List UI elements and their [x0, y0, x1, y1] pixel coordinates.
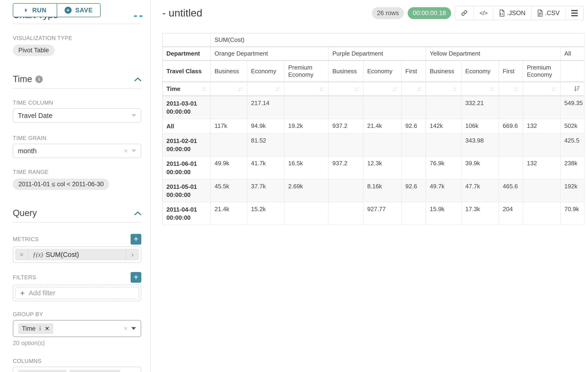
sort-icon[interactable]: ↓↑ — [417, 85, 422, 93]
sort-header-cell[interactable]: ↓↑ — [461, 82, 499, 96]
sort-header-cell[interactable]: ↓↑ — [210, 82, 247, 96]
value-cell: 937.2 — [328, 119, 363, 133]
sort-icon[interactable]: ↓↑ — [238, 85, 243, 93]
value-cell — [284, 202, 328, 225]
value-cell — [499, 96, 523, 119]
value-cell — [328, 133, 363, 156]
row-dimension-header: Department — [162, 47, 210, 60]
sort-header-cell[interactable]: ↓↑ — [523, 82, 560, 96]
info-icon: i — [39, 325, 41, 332]
columns-select[interactable]: Department ✕ Travel Class ✕ × — [13, 367, 141, 372]
value-cell — [401, 96, 426, 119]
group-by-options-hint: 20 option(s) — [13, 340, 141, 347]
columns-label: COLUMNS — [13, 358, 141, 364]
value-cell — [426, 133, 461, 156]
chevron-up-icon[interactable] — [134, 211, 141, 215]
chevron-up-icon[interactable] — [134, 77, 141, 81]
time-range-label: TIME RANGE — [13, 169, 141, 175]
row-label: 2011-06-01 00:00:00 — [162, 156, 210, 179]
add-metric-button[interactable]: + — [131, 234, 141, 244]
time-range-value[interactable]: 2011-01-01 ≤ col < 2011-06-30 — [13, 179, 109, 190]
table-row: All117k94.9k19.2k937.221.4k92.6142k106k6… — [162, 119, 584, 133]
chevron-down-icon — [132, 149, 136, 152]
sort-icon[interactable]: ↓↑ — [452, 85, 457, 93]
time-grain-value: month — [18, 147, 120, 155]
sidebar-scroll-content: Chart Type VISUALIZATION TYPE Pivot Tabl… — [0, 10, 150, 372]
travel-class-header: First — [499, 60, 523, 82]
sort-icon[interactable]: ↓↑ — [392, 85, 398, 93]
value-cell: 81.52 — [247, 133, 284, 156]
sort-header-cell[interactable]: ↓↑ — [284, 82, 328, 96]
sort-icon[interactable]: ↓↑ — [354, 85, 359, 93]
clear-icon[interactable]: × — [123, 325, 128, 332]
sort-icon[interactable]: ↓↑ — [514, 85, 519, 93]
value-cell — [401, 156, 426, 179]
chevron-right-icon[interactable]: › — [126, 249, 139, 260]
value-cell: 937.2 — [328, 156, 363, 179]
time-grain-select[interactable]: month × — [13, 144, 141, 158]
sort-header-cell[interactable]: ↓↑ — [247, 82, 284, 96]
metric-pill[interactable]: × ƒ(x) SUM(Cost) › — [15, 249, 139, 260]
sort-icon[interactable]: ↓↑ — [275, 85, 280, 93]
sort-header-cell[interactable]: ↓↑ — [426, 82, 461, 96]
value-cell: 76.9k — [426, 156, 461, 179]
share-link-button[interactable] — [455, 6, 473, 20]
add-filter-button[interactable]: + Add filter — [15, 287, 139, 299]
value-cell — [328, 202, 363, 225]
metric-header: SUM(Cost) — [210, 33, 584, 47]
view-query-button[interactable]: </> — [473, 6, 493, 20]
sort-header-cell[interactable]: ↓↑ — [401, 82, 426, 96]
value-cell: 21.4k — [210, 202, 247, 225]
value-cell — [210, 96, 247, 119]
group-by-tag-time[interactable]: Time i ✕ — [18, 323, 53, 334]
hamburger-menu-icon — [571, 10, 578, 16]
group-by-select[interactable]: Time i ✕ × — [13, 320, 141, 337]
value-cell — [284, 96, 328, 119]
export-json-button[interactable]: .JSON — [493, 6, 531, 20]
value-cell: 343.98 — [461, 133, 499, 156]
add-filter-plus-button[interactable]: + — [131, 272, 141, 283]
section-divider — [13, 222, 141, 223]
time-column-label: TIME COLUMN — [13, 99, 141, 106]
sort-icon[interactable]: ↓↑ — [319, 85, 325, 93]
row-count-badge: 26 rows — [372, 7, 404, 19]
time-column-select[interactable]: Travel Date — [13, 108, 141, 123]
export-csv-button[interactable]: .CSV — [531, 6, 565, 20]
value-cell: 15.2k — [247, 202, 284, 225]
run-button-label: RUN — [32, 7, 47, 14]
save-button[interactable]: + SAVE — [57, 4, 100, 17]
time-section-title: Time — [13, 74, 32, 84]
sort-header-cell[interactable]: ↓↑ — [499, 82, 523, 96]
corner-cell — [162, 33, 210, 47]
metric-control: × ƒ(x) SUM(Cost) › — [13, 246, 141, 263]
metric-value: SUM(Cost) — [46, 251, 79, 258]
clear-icon[interactable]: × — [124, 147, 128, 154]
sort-header-cell[interactable]: ↓↑ — [363, 82, 401, 96]
sort-icon[interactable]: ↓↑ — [551, 85, 556, 93]
info-icon: i — [35, 75, 43, 83]
filters-label: FILTERS — [13, 274, 36, 281]
query-section-title: Query — [13, 208, 37, 218]
sort-header-cell[interactable]: Time↓↑ — [162, 82, 210, 96]
columns-tag-department[interactable]: Department ✕ — [18, 370, 67, 372]
run-save-button-group: RUN + SAVE — [13, 3, 101, 17]
remove-tag-icon[interactable]: ✕ — [45, 326, 50, 331]
chart-title[interactable]: - untitled — [162, 7, 202, 19]
link-icon — [461, 10, 468, 17]
travel-class-header: Economy — [363, 60, 401, 82]
sort-icon[interactable]: ↓↑ — [489, 85, 495, 93]
sort-header-cell[interactable]: ↓↑ — [328, 82, 363, 96]
row-label: 2011-02-01 00:00:00 — [162, 133, 210, 156]
more-options-button[interactable] — [565, 6, 583, 20]
remove-metric-icon[interactable]: × — [15, 249, 29, 260]
time-section-header[interactable]: Time i — [13, 74, 141, 84]
columns-tag-travel-class[interactable]: Travel Class ✕ — [70, 370, 120, 372]
sort-header-cell[interactable] — [560, 82, 584, 96]
sort-icon[interactable]: ↓↑ — [201, 85, 207, 93]
section-divider — [13, 24, 141, 24]
run-button[interactable]: RUN — [13, 4, 57, 17]
function-icon: ƒ(x) — [33, 251, 43, 258]
visualization-type-value[interactable]: Pivot Table — [13, 45, 55, 56]
chevron-down-icon — [132, 114, 136, 117]
query-section-header[interactable]: Query — [13, 208, 141, 218]
